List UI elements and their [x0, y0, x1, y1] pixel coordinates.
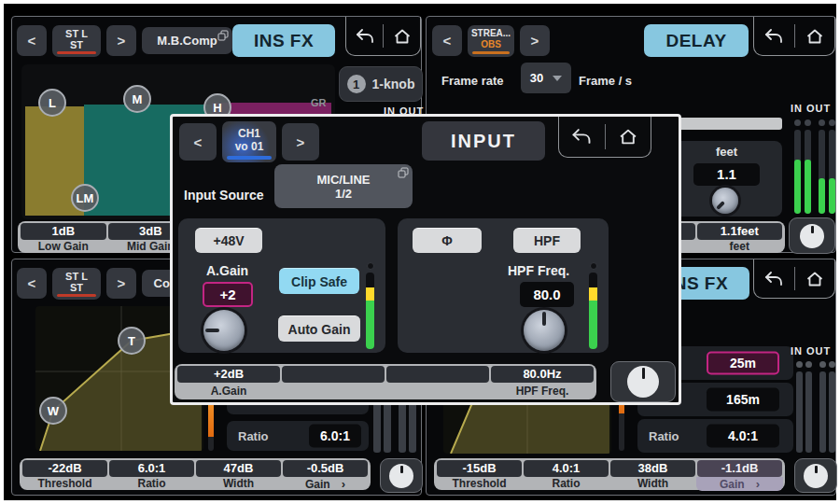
one-knob-label: 1-knob — [372, 77, 415, 91]
ratio-value-box[interactable]: 4.0:1 — [707, 425, 779, 448]
input-source-label: Input Source — [184, 188, 264, 203]
mid-gain-handle[interactable]: M — [123, 85, 151, 113]
home-button[interactable] — [384, 17, 420, 55]
more-params-chevron[interactable]: › — [756, 477, 760, 491]
param-cell[interactable] — [385, 364, 490, 399]
touch-and-turn-knob-button[interactable] — [610, 361, 676, 402]
touch-and-turn-knob-button[interactable] — [789, 217, 835, 254]
one-knob-button[interactable]: 1 1-knob — [339, 66, 423, 102]
back-button[interactable] — [346, 17, 383, 55]
clip-led — [805, 119, 811, 126]
channel-select-button[interactable]: ST L ST — [52, 268, 101, 300]
out-meter — [819, 371, 826, 453]
home-icon — [618, 128, 638, 146]
channel-name-line1: ST L — [65, 28, 88, 39]
again-knob[interactable] — [203, 310, 245, 351]
param-cell-ratio[interactable]: 6.0:1Ratio — [108, 458, 195, 490]
clip-led — [590, 262, 597, 270]
page-title: DELAY — [644, 24, 749, 57]
delay-value-box[interactable]: 1.1 — [693, 163, 760, 186]
clip-led — [794, 119, 801, 126]
hpf-freq-value-box[interactable]: 80.0 — [520, 282, 574, 307]
back-button[interactable] — [559, 117, 605, 157]
in-out-label: IN OUT — [791, 103, 831, 114]
clip-led — [805, 361, 812, 368]
ratio-label: Ratio — [649, 429, 679, 443]
delay-value-box[interactable]: 25m — [707, 352, 779, 375]
prev-channel-button[interactable]: < — [17, 25, 47, 56]
popup-title: INPUT — [422, 121, 545, 161]
home-button[interactable] — [606, 117, 651, 157]
delay-unit-label: feet — [671, 145, 782, 159]
back-icon — [764, 29, 783, 44]
preset-button[interactable]: M.B.Comp — [142, 27, 232, 54]
param-cell-width[interactable]: 47dBWidth — [195, 458, 282, 490]
channel-id: CH1 — [238, 127, 260, 140]
next-channel-button[interactable]: > — [106, 25, 136, 56]
home-button[interactable] — [795, 17, 835, 55]
hpf-freq-label: HPF Freq. — [508, 263, 569, 278]
param-cell-width[interactable]: 38dBWidth — [609, 458, 696, 490]
next-channel-button[interactable]: > — [520, 25, 550, 56]
prev-channel-button[interactable]: < — [179, 123, 217, 161]
in-meter — [805, 371, 812, 453]
frame-rate-label: Frame rate — [441, 74, 503, 88]
home-icon — [805, 271, 824, 287]
analog-gain-group: +48V A.Gain +2 Clip Safe Auto Gain — [178, 218, 385, 353]
channel-select-button[interactable]: CH1 vo 01 — [222, 121, 276, 162]
low-mid-xover-handle[interactable]: LM — [71, 184, 99, 212]
one-knob-badge: 1 — [347, 75, 366, 93]
hpf-freq-knob[interactable] — [524, 310, 565, 351]
channel-select-button[interactable]: STREA... OBS — [468, 25, 514, 57]
hpf-button[interactable]: HPF — [513, 228, 581, 253]
auto-gain-button[interactable]: Auto Gain — [278, 315, 360, 342]
clip-safe-button[interactable]: Clip Safe — [279, 268, 359, 294]
prev-channel-button[interactable]: < — [432, 25, 462, 56]
param-cell-threshold[interactable]: -15dBThreshold — [436, 458, 523, 490]
param-cell-threshold[interactable]: -22dBThreshold — [21, 458, 108, 490]
input-popup: < CH1 vo 01 > INPUT Input Source MIC/LIN… — [170, 114, 681, 405]
param-cell-feet[interactable]: 1.1feetfeet — [696, 221, 784, 253]
param-cell-gain[interactable]: -0.5dB Gain› — [282, 458, 369, 490]
phantom-48v-button[interactable]: +48V — [195, 228, 262, 253]
knob-icon — [627, 366, 659, 398]
distance-value-box[interactable]: 165m — [707, 388, 779, 412]
prev-channel-button[interactable]: < — [17, 268, 47, 299]
nav-group — [753, 259, 835, 299]
frame-rate-value: 30 — [530, 71, 543, 85]
param-cell-low-gain[interactable]: 1dBLow Gain — [20, 221, 107, 253]
again-value-box[interactable]: +2 — [203, 282, 253, 307]
next-channel-button[interactable]: > — [106, 268, 136, 299]
threshold-handle[interactable]: T — [118, 327, 146, 355]
knob-icon — [389, 464, 413, 488]
clip-led — [819, 119, 825, 126]
back-button[interactable] — [754, 17, 794, 55]
clip-led — [829, 119, 835, 126]
channel-select-button[interactable]: ST L ST — [52, 25, 101, 57]
next-channel-button[interactable]: > — [282, 123, 319, 161]
param-cell-ratio[interactable]: 4.0:1Ratio — [523, 458, 609, 490]
param-cell-gain-selected[interactable]: -1.1dB Gain› — [696, 458, 783, 490]
ratio-value-box[interactable]: 6.0:1 — [309, 425, 361, 448]
width-handle[interactable]: W — [39, 397, 67, 425]
out-meter — [819, 130, 825, 214]
param-row-ratio[interactable]: Ratio 4.0:1 — [637, 419, 793, 453]
phase-button[interactable]: Φ — [413, 228, 482, 253]
touch-and-turn-knob-button[interactable] — [380, 458, 423, 493]
nav-group — [753, 17, 835, 56]
channel-name-line2: OBS — [481, 39, 501, 50]
frame-rate-dropdown[interactable]: 30 — [521, 63, 571, 93]
param-row-ratio[interactable]: Ratio 6.0:1 — [227, 421, 369, 451]
param-cell-again[interactable]: +2dBA.Gain — [176, 364, 281, 399]
clip-led — [819, 361, 826, 368]
out-meter — [829, 371, 835, 453]
param-cell-hpf-freq[interactable]: 80.0HzHPF Freq. — [490, 364, 595, 399]
param-cell[interactable] — [281, 364, 385, 399]
input-source-button[interactable]: MIC/LINE 1/2 — [274, 164, 413, 208]
delay-knob[interactable] — [712, 188, 738, 214]
touch-and-turn-knob-button[interactable] — [794, 458, 837, 493]
back-button[interactable] — [754, 259, 794, 298]
home-button[interactable] — [795, 259, 835, 298]
more-params-chevron[interactable]: › — [342, 477, 345, 491]
low-gain-handle[interactable]: L — [38, 89, 66, 117]
